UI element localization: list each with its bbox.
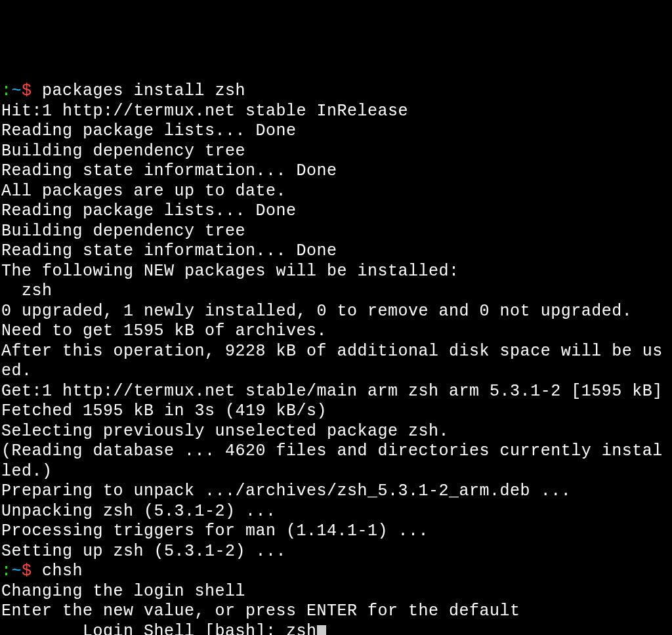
output-line: Reading package lists... Done — [1, 121, 672, 142]
output-line: Setting up zsh (5.3.1-2) ... — [1, 542, 672, 562]
prompt-dollar: $ — [22, 562, 32, 581]
login-shell-input[interactable]: zsh — [286, 622, 317, 636]
output-line: After this operation, 9228 kB of additio… — [1, 342, 672, 382]
prompt-line-2: :~$ chsh — [1, 562, 672, 582]
output-line: Hit:1 http://termux.net stable InRelease — [1, 102, 672, 122]
output-line: Unpacking zsh (5.3.1-2) ... — [1, 502, 672, 522]
output-line: Selecting previously unselected package … — [1, 422, 672, 442]
output-line: Preparing to unpack .../archives/zsh_5.3… — [1, 481, 672, 502]
command-input-1 — [32, 81, 43, 100]
prompt-path: ~ — [12, 81, 22, 100]
output-line: 0 upgraded, 1 newly installed, 0 to remo… — [1, 302, 672, 322]
terminal-window[interactable]: :~$ packages install zshHit:1 http://ter… — [0, 80, 672, 635]
output-line: Reading state information... Done — [1, 161, 672, 182]
output-line: Get:1 http://termux.net stable/main arm … — [1, 382, 672, 402]
command-text-2: chsh — [42, 562, 83, 581]
output-line: Reading package lists... Done — [1, 201, 672, 222]
output-line: Enter the new value, or press ENTER for … — [1, 602, 672, 622]
command-input-2 — [32, 562, 43, 581]
cursor-icon — [317, 625, 326, 636]
command-text-1: packages install zsh — [42, 81, 245, 100]
prompt-path: ~ — [12, 562, 22, 581]
prompt-dollar: $ — [22, 81, 32, 100]
prompt-colon: : — [1, 562, 12, 581]
output-line: zsh — [1, 281, 672, 302]
output-line: All packages are up to date. — [1, 182, 672, 202]
output-line: Building dependency tree — [1, 222, 672, 242]
login-shell-line: Login Shell [bash]: zsh — [1, 622, 672, 636]
output-line: Building dependency tree — [1, 142, 672, 162]
prompt-line-1: :~$ packages install zsh — [1, 81, 672, 102]
output-line: (Reading database ... 4620 files and dir… — [1, 441, 672, 481]
login-shell-prompt: Login Shell [bash]: — [1, 622, 286, 636]
output-line: Changing the login shell — [1, 582, 672, 602]
output-line: Fetched 1595 kB in 3s (419 kB/s) — [1, 401, 672, 422]
prompt-colon: : — [1, 81, 12, 100]
output-line: Need to get 1595 kB of archives. — [1, 321, 672, 342]
output-line: Processing triggers for man (1.14.1-1) .… — [1, 522, 672, 542]
output-line: The following NEW packages will be insta… — [1, 262, 672, 282]
output-line: Reading state information... Done — [1, 241, 672, 262]
